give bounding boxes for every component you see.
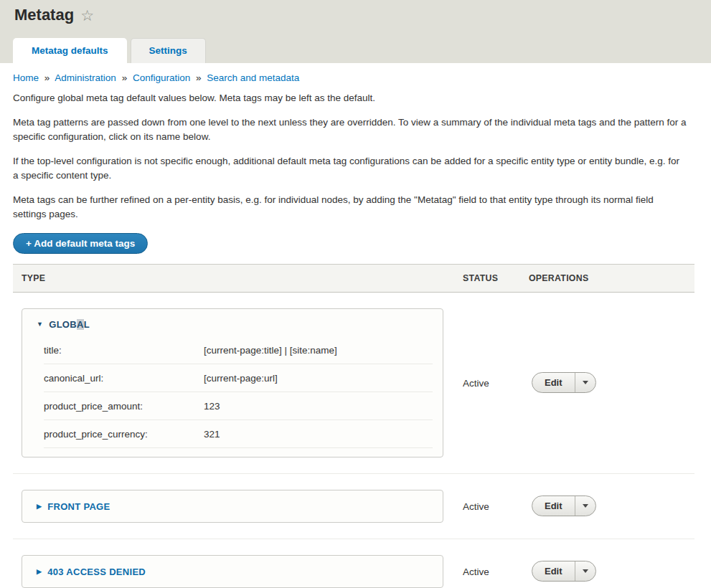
edit-split-button: Edit bbox=[532, 561, 596, 582]
breadcrumb-link-home[interactable]: Home bbox=[13, 72, 39, 83]
breadcrumb-link-search-and-metadata[interactable]: Search and metadata bbox=[207, 72, 299, 83]
chevron-down-icon bbox=[583, 381, 588, 384]
fieldset-legend-403-access-denied[interactable]: ▶ 403 ACCESS DENIED bbox=[22, 556, 443, 587]
breadcrumb-separator: » bbox=[122, 72, 128, 83]
breadcrumb: Home » Administration » Configuration » … bbox=[13, 72, 694, 83]
breadcrumb-separator: » bbox=[196, 72, 202, 83]
edit-split-button: Edit bbox=[532, 372, 596, 393]
meta-field-row: product_price_currency: 321 bbox=[44, 420, 433, 448]
column-header-status: STATUS bbox=[463, 273, 529, 283]
breadcrumb-link-configuration[interactable]: Configuration bbox=[133, 72, 190, 83]
fieldset-front-page: ▶ FRONT PAGE bbox=[22, 490, 443, 523]
breadcrumb-separator: » bbox=[44, 72, 50, 83]
primary-tabs: Metatag defaults Settings bbox=[13, 38, 206, 63]
text-selection-highlight: A bbox=[77, 319, 84, 330]
intro-paragraph-2: Meta tag patterns are passed down from o… bbox=[13, 115, 687, 145]
fieldset-legend-global[interactable]: ▼ GLOBAL bbox=[22, 309, 443, 336]
status-badge: Active bbox=[463, 566, 489, 577]
meta-field-value: [current-page:title] | [site:name] bbox=[204, 345, 433, 356]
meta-field-label: canonical_url: bbox=[44, 373, 204, 384]
meta-field-label: title: bbox=[44, 345, 204, 356]
collapse-collapsed-icon: ▶ bbox=[37, 503, 42, 510]
favorite-star-icon[interactable]: ☆ bbox=[80, 8, 94, 23]
column-header-type: TYPE bbox=[13, 273, 443, 283]
meta-field-value: 321 bbox=[204, 429, 433, 440]
collapse-expanded-icon: ▼ bbox=[37, 321, 43, 328]
legend-text: GLOBAL bbox=[49, 319, 90, 330]
fieldset-403-access-denied: ▶ 403 ACCESS DENIED bbox=[22, 555, 443, 588]
legend-text: 403 ACCESS DENIED bbox=[47, 566, 146, 577]
intro-paragraph-1: Configure global meta tag default values… bbox=[13, 91, 687, 106]
breadcrumb-link-administration[interactable]: Administration bbox=[55, 72, 116, 83]
meta-field-row: title: [current-page:title] | [site:name… bbox=[44, 336, 433, 364]
add-default-meta-tags-button[interactable]: + Add default meta tags bbox=[13, 233, 148, 254]
status-badge: Active bbox=[463, 378, 489, 389]
meta-field-row: canonical_url: [current-page:url] bbox=[44, 364, 433, 392]
status-badge: Active bbox=[463, 501, 489, 512]
edit-dropdown-toggle[interactable] bbox=[575, 561, 595, 581]
fieldset-global: ▼ GLOBAL title: [current-page:title] | [… bbox=[22, 308, 443, 457]
intro-paragraph-3: If the top-level configuration is not sp… bbox=[13, 154, 687, 184]
meta-field-value: [current-page:url] bbox=[204, 373, 433, 384]
fieldset-legend-front-page[interactable]: ▶ FRONT PAGE bbox=[22, 490, 443, 522]
defaults-table: TYPE STATUS OPERATIONS ▼ GLOBAL title: [… bbox=[13, 264, 694, 588]
table-header-row: TYPE STATUS OPERATIONS bbox=[13, 264, 694, 293]
chevron-down-icon bbox=[583, 504, 588, 508]
column-header-operations: OPERATIONS bbox=[529, 273, 694, 283]
tab-settings[interactable]: Settings bbox=[131, 38, 206, 63]
page-title-text: Metatag bbox=[14, 6, 74, 24]
collapse-collapsed-icon: ▶ bbox=[37, 569, 42, 575]
meta-field-label: product_price_amount: bbox=[44, 401, 204, 412]
main-content: Home » Administration » Configuration » … bbox=[0, 63, 711, 588]
page-title: Metatag ☆ bbox=[0, 0, 711, 24]
meta-field-value: 123 bbox=[204, 401, 433, 412]
edit-dropdown-toggle[interactable] bbox=[575, 496, 595, 516]
edit-button[interactable]: Edit bbox=[532, 561, 575, 581]
legend-text: FRONT PAGE bbox=[47, 501, 110, 512]
meta-field-row: product_price_amount: 123 bbox=[44, 392, 433, 420]
chevron-down-icon bbox=[583, 569, 588, 573]
intro-paragraph-4: Meta tags can be further refined on a pe… bbox=[13, 193, 687, 222]
edit-dropdown-toggle[interactable] bbox=[575, 373, 595, 392]
table-row-front-page: ▶ FRONT PAGE Active Edit bbox=[13, 474, 694, 539]
table-row-global: ▼ GLOBAL title: [current-page:title] | [… bbox=[13, 293, 694, 474]
edit-button[interactable]: Edit bbox=[532, 496, 575, 516]
meta-field-label: product_price_currency: bbox=[44, 429, 204, 440]
tab-metatag-defaults[interactable]: Metatag defaults bbox=[13, 38, 127, 63]
edit-split-button: Edit bbox=[532, 495, 596, 516]
edit-button[interactable]: Edit bbox=[532, 373, 575, 392]
page-header: Metatag ☆ Metatag defaults Settings bbox=[0, 0, 711, 63]
table-row-403-access-denied: ▶ 403 ACCESS DENIED Active Edit bbox=[13, 539, 694, 588]
